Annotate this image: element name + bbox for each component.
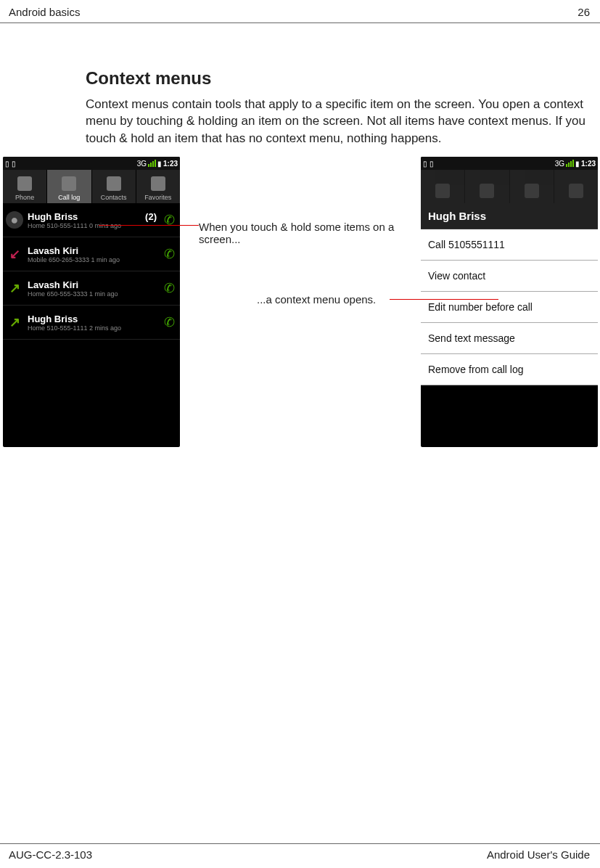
section-intro: Context menus contain tools that apply t… bbox=[86, 96, 588, 147]
contacts-icon bbox=[107, 176, 121, 191]
favorites-icon bbox=[569, 184, 583, 198]
call-count: (2) bbox=[145, 211, 157, 222]
outgoing-call-icon: ↗ bbox=[6, 279, 23, 297]
section-heading: Context menus bbox=[86, 68, 588, 89]
call-log-row[interactable]: ↗ Hugh Briss Home 510-555-1111 2 mins ag… bbox=[3, 306, 180, 340]
phone-icon bbox=[17, 176, 32, 191]
contacts-icon bbox=[525, 184, 539, 198]
callout-text: When you touch & hold some items on a sc… bbox=[199, 221, 395, 245]
battery-icon: ▮ bbox=[575, 160, 580, 168]
status-bar: ▯ ▯ 3G ▮ 1:23 bbox=[3, 157, 180, 170]
tab-label: Phone bbox=[15, 194, 34, 201]
status-right-icons: 3G ▮ 1:23 bbox=[555, 160, 596, 168]
context-menu-item[interactable]: Call 5105551111 bbox=[421, 229, 598, 261]
tab-contacts[interactable]: Contacts bbox=[92, 170, 136, 203]
dialer-tabs: Phone Call log Contacts Favorites bbox=[3, 170, 180, 203]
footer-doc-id: AUG-CC-2.3-103 bbox=[9, 848, 92, 861]
context-menu-item[interactable]: Remove from call log bbox=[421, 354, 598, 385]
status-time: 1:23 bbox=[581, 160, 596, 168]
dialer-tabs-dimmed bbox=[421, 170, 598, 203]
call-subline: Home 650-555-3333 1 min ago bbox=[28, 290, 157, 298]
call-log-row[interactable]: ↗ Lavash Kiri Home 650-555-3333 1 min ag… bbox=[3, 271, 180, 306]
call-button-icon[interactable]: ✆ bbox=[161, 246, 177, 262]
call-subline: Home 510-555-1111 2 mins ago bbox=[28, 324, 157, 332]
missed-call-icon: ↙ bbox=[6, 245, 23, 263]
caller-name: Hugh Briss bbox=[28, 211, 78, 222]
call-log-row[interactable]: ● Hugh Briss(2) Home 510-555-1111 0 mins… bbox=[3, 203, 180, 237]
call-log-icon bbox=[480, 184, 494, 198]
call-log-icon bbox=[62, 176, 76, 191]
header-page-number: 26 bbox=[578, 6, 590, 18]
call-button-icon[interactable]: ✆ bbox=[161, 280, 177, 296]
favorites-icon bbox=[151, 176, 165, 191]
tab-phone bbox=[421, 170, 465, 203]
call-row-text: Hugh Briss Home 510-555-1111 2 mins ago bbox=[28, 314, 157, 332]
callout-line bbox=[99, 225, 199, 226]
context-menu-item[interactable]: Send text message bbox=[421, 323, 598, 354]
signal-icon bbox=[566, 160, 574, 167]
tab-contacts bbox=[510, 170, 554, 203]
tab-label: Favorites bbox=[144, 194, 171, 201]
phone-icon bbox=[435, 184, 450, 198]
page-body: Context menus Context menus contain tool… bbox=[0, 23, 600, 462]
tab-call-log[interactable]: Call log bbox=[47, 170, 91, 203]
status-left-icons: ▯ ▯ bbox=[5, 160, 16, 168]
callout-text: ...a context menu opens. bbox=[257, 293, 376, 306]
status-right-icons: 3G ▮ 1:23 bbox=[137, 160, 178, 168]
page: Android basics 26 Context menus Context … bbox=[0, 0, 600, 868]
page-footer: AUG-CC-2.3-103 Android User's Guide bbox=[0, 843, 600, 868]
screenshot-context-menu: ▯ ▯ 3G ▮ 1:23 Hugh Briss Call 5105551111 bbox=[421, 157, 598, 447]
network-3g-icon: 3G bbox=[555, 160, 564, 168]
context-menu-item[interactable]: View contact bbox=[421, 261, 598, 292]
call-button-icon[interactable]: ✆ bbox=[161, 314, 177, 330]
page-header: Android basics 26 bbox=[0, 0, 600, 23]
outgoing-call-icon: ↗ bbox=[6, 314, 23, 331]
caller-name: Lavash Kiri bbox=[28, 279, 78, 290]
call-subline: Mobile 650-265-3333 1 min ago bbox=[28, 256, 157, 263]
figure-area: ▯ ▯ 3G ▮ 1:23 Phone Call log Contacts Fa… bbox=[1, 157, 588, 462]
signal-icon bbox=[148, 160, 156, 167]
context-menu-item[interactable]: Edit number before call bbox=[421, 292, 598, 323]
tab-label: Contacts bbox=[101, 194, 127, 201]
network-3g-icon: 3G bbox=[137, 160, 147, 168]
footer-guide-title: Android User's Guide bbox=[487, 848, 590, 861]
call-log-row[interactable]: ↙ Lavash Kiri Mobile 650-265-3333 1 min … bbox=[3, 237, 180, 271]
call-row-text: Lavash Kiri Home 650-555-3333 1 min ago bbox=[28, 279, 157, 298]
battery-icon: ▮ bbox=[157, 160, 162, 168]
screenshot-call-log: ▯ ▯ 3G ▮ 1:23 Phone Call log Contacts Fa… bbox=[3, 157, 180, 447]
tab-phone[interactable]: Phone bbox=[3, 170, 47, 203]
caller-name: Hugh Briss bbox=[28, 314, 78, 324]
context-menu-backdrop bbox=[421, 385, 598, 429]
caller-name: Lavash Kiri bbox=[28, 245, 78, 256]
tab-favorites bbox=[554, 170, 598, 203]
tab-call-log bbox=[465, 170, 509, 203]
status-bar: ▯ ▯ 3G ▮ 1:23 bbox=[421, 157, 598, 170]
incoming-call-icon: ● bbox=[6, 211, 23, 229]
context-menu-title: Hugh Briss bbox=[421, 203, 598, 229]
callout-line bbox=[390, 299, 498, 300]
status-left-icons: ▯ ▯ bbox=[423, 160, 434, 168]
header-title: Android basics bbox=[9, 6, 80, 18]
call-row-text: Lavash Kiri Mobile 650-265-3333 1 min ag… bbox=[28, 245, 157, 263]
tab-label: Call log bbox=[58, 194, 80, 201]
tab-favorites[interactable]: Favorites bbox=[136, 170, 180, 203]
call-row-text: Hugh Briss(2) Home 510-555-1111 0 mins a… bbox=[28, 211, 157, 229]
status-time: 1:23 bbox=[163, 160, 178, 168]
